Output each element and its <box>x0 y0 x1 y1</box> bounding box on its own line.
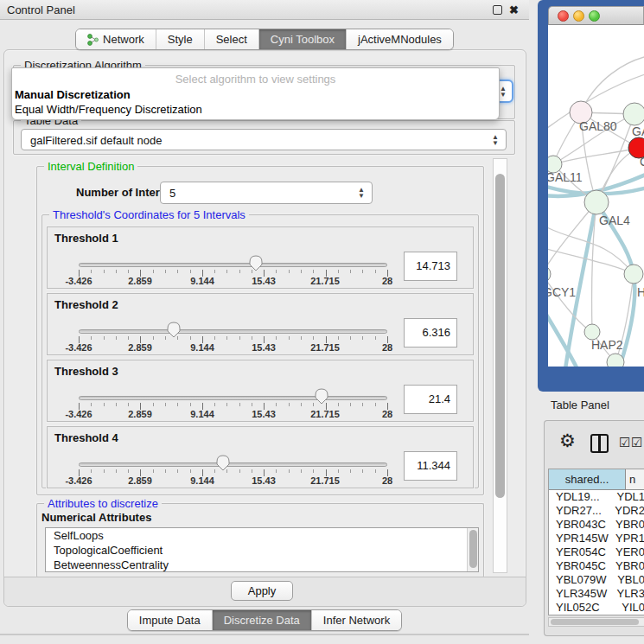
tab-discretize-data[interactable]: Discretize Data <box>213 610 312 630</box>
tab-cyni-toolbox[interactable]: Cyni Toolbox <box>259 29 347 49</box>
minimize-traffic-light-icon[interactable] <box>573 10 584 22</box>
apply-button[interactable]: Apply <box>231 581 293 601</box>
cell[interactable]: YBR043C <box>549 518 612 532</box>
table-row[interactable]: YDL19...YDL1 <box>549 490 644 504</box>
node-gal4[interactable] <box>584 190 609 214</box>
list-item-selfloops[interactable]: SelfLoops <box>46 528 478 543</box>
scrollbar-thumb[interactable] <box>551 619 639 625</box>
tick-label: -3.426 <box>51 342 106 353</box>
tick-label: 21.715 <box>297 276 353 286</box>
tick-label: 15.43 <box>236 276 291 286</box>
cell[interactable]: YDR2 <box>611 504 644 518</box>
popup-item-equal-width-frequency[interactable]: Equal Width/Frequency Discretization <box>15 103 202 116</box>
column-layout-icon[interactable] <box>590 434 609 453</box>
combo-arrows-icon: ▲▼ <box>500 86 507 98</box>
cell[interactable]: YPR1 <box>612 532 644 545</box>
checkbox-icon[interactable]: ☑ <box>631 435 642 450</box>
network-window-titlebar[interactable] <box>548 6 644 25</box>
number-of-intervals-spinner[interactable]: 5 ▲▼ <box>160 182 373 204</box>
label-gal11: GAL11 <box>548 170 583 184</box>
cell[interactable]: YBR0 <box>612 559 644 573</box>
list-item-betweennesscentrality[interactable]: BetweennessCentrality <box>46 558 478 572</box>
table-row[interactable]: YIL052CYIL0 <box>549 601 644 615</box>
tick-label: 21.715 <box>297 475 353 486</box>
table-toolbar: ⚙ ☑ ☑ <box>545 421 644 466</box>
table-row[interactable]: YDR27...YDR2 <box>549 504 644 518</box>
cell[interactable]: YBL079W <box>549 573 614 587</box>
close-traffic-light-icon[interactable] <box>558 10 569 22</box>
cell[interactable]: YDL19... <box>549 490 613 504</box>
tab-infer-network[interactable]: Infer Network <box>312 610 401 630</box>
table-row[interactable]: YPR145WYPR1 <box>549 532 644 545</box>
node-bottom[interactable] <box>607 354 624 367</box>
cell[interactable]: YIL0 <box>618 601 644 615</box>
cell[interactable]: YLR345W <box>549 587 613 601</box>
numerical-attributes-list: SelfLoops TopologicalCoefficient Between… <box>45 527 479 572</box>
tick-label: 15.43 <box>236 342 291 353</box>
tab-style[interactable]: Style <box>156 29 205 49</box>
threshold-1-value-field[interactable]: 14.713 <box>404 252 457 281</box>
node-partial-ga[interactable] <box>623 103 644 125</box>
cell[interactable]: YPR145W <box>549 532 612 545</box>
table-row[interactable]: YBR045CYBR0 <box>549 559 644 573</box>
cell[interactable]: YBR045C <box>549 559 612 573</box>
popup-item-manual-discretization[interactable]: Manual Discretization <box>15 88 131 101</box>
table-horizontal-scrollbar[interactable] <box>548 617 644 627</box>
threshold-1-slider-thumb[interactable] <box>248 254 264 272</box>
cell[interactable]: YDL1 <box>613 490 644 504</box>
cell[interactable]: YLR3 <box>613 587 644 601</box>
node-gcy1[interactable] <box>548 265 551 283</box>
cyni-mode-tabs: Impute Data Discretize Data Infer Networ… <box>0 609 529 631</box>
cell[interactable]: YER0 <box>612 545 644 559</box>
tab-impute-data[interactable]: Impute Data <box>128 610 213 630</box>
scrollbar-thumb[interactable] <box>495 174 505 498</box>
threshold-3-slider-thumb[interactable] <box>314 387 329 405</box>
zoom-traffic-light-icon[interactable] <box>589 10 600 22</box>
threshold-4-slider-thumb[interactable] <box>215 454 231 472</box>
cell[interactable]: YDR27... <box>549 504 611 518</box>
table-data-combobox[interactable]: galFiltered.sif default node ▲▼ <box>21 129 507 150</box>
table-row[interactable]: YLR345WYLR3 <box>549 587 644 601</box>
network-view-window: GAL80 GA C GAL11 GAL4 GCY1 H HAP2 <box>538 0 644 392</box>
control-panel-titlebar: Control Panel ✖ <box>0 0 529 20</box>
label-c-partial: C <box>640 155 644 169</box>
control-panel-scrollbar[interactable] <box>493 158 507 573</box>
node-h[interactable] <box>624 265 643 284</box>
cell[interactable]: YBR0 <box>612 518 644 532</box>
network-canvas[interactable]: GAL80 GA C GAL11 GAL4 GCY1 H HAP2 <box>548 25 644 367</box>
cell[interactable]: YER054C <box>549 545 612 559</box>
threshold-1-slider-track[interactable] <box>79 263 387 267</box>
tick-label: 9.144 <box>175 342 230 353</box>
attributes-list-scrollbar[interactable] <box>467 528 478 571</box>
table-row[interactable]: YER054CYER0 <box>549 545 644 559</box>
scrollbar-thumb[interactable] <box>469 530 477 568</box>
gear-icon[interactable]: ⚙ <box>559 430 576 451</box>
close-icon[interactable]: ✖ <box>509 3 519 16</box>
table-row[interactable]: YBL079WYBL0 <box>549 573 644 587</box>
tab-network[interactable]: Network <box>76 29 156 49</box>
label-h-partial: H <box>637 285 644 299</box>
thresholds-group-title: Threshold's Coordinates for 5 Intervals <box>49 208 249 221</box>
label-gcy1: GCY1 <box>548 285 576 299</box>
threshold-4-value-field[interactable]: 11.344 <box>404 451 457 481</box>
threshold-2-panel: Threshold 2 -3.426 2.859 9.144 15.43 21.… <box>47 293 474 355</box>
threshold-2-value-field[interactable]: 6.316 <box>404 318 457 348</box>
tick-label: 2.859 <box>112 475 168 486</box>
list-item-topologicalcoefficient[interactable]: TopologicalCoefficient <box>46 543 478 558</box>
table-row[interactable]: YBR043CYBR0 <box>549 518 644 532</box>
threshold-2-slider-track[interactable] <box>79 329 387 334</box>
tab-jactivemnodules[interactable]: jActiveMNodules <box>347 29 453 49</box>
column-header-name[interactable]: n <box>626 469 644 489</box>
threshold-3-slider-track[interactable] <box>79 396 387 400</box>
cell[interactable]: YBL0 <box>614 573 644 587</box>
threshold-3-value-field[interactable]: 21.4 <box>404 385 457 414</box>
column-header-shared-name[interactable]: shared... <box>549 469 626 489</box>
tick-label: 2.859 <box>112 276 168 286</box>
threshold-2-slider-thumb[interactable] <box>166 321 182 339</box>
float-window-icon[interactable] <box>493 5 502 15</box>
table-panel-window: ⚙ ☑ ☑ shared... n YDL19...YDL1 YDR27...Y… <box>544 420 644 636</box>
cell[interactable]: YIL052C <box>549 601 618 615</box>
threshold-4-slider-track[interactable] <box>79 462 387 467</box>
checkbox-icon[interactable]: ☑ <box>619 435 630 450</box>
tab-select[interactable]: Select <box>205 29 259 49</box>
